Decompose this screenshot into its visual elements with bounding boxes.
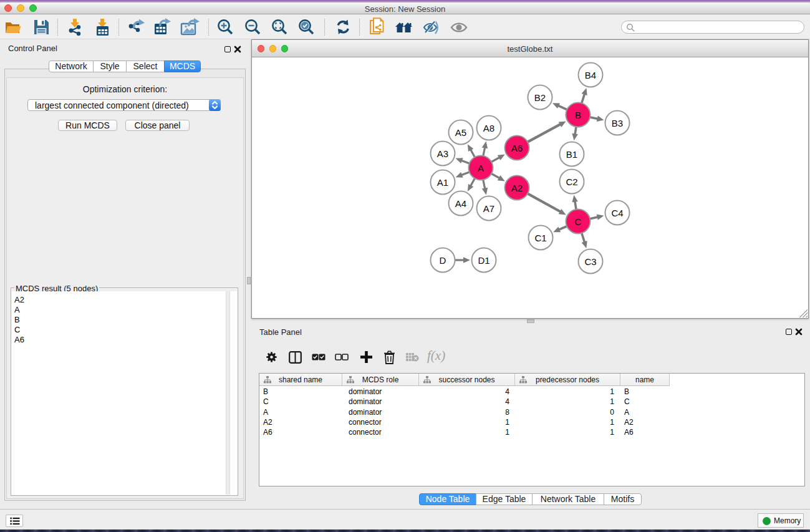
svg-text:A7: A7 bbox=[483, 203, 494, 214]
svg-text:B2: B2 bbox=[534, 92, 546, 103]
svg-text:C2: C2 bbox=[566, 177, 577, 187]
svg-text:A1: A1 bbox=[437, 177, 448, 188]
svg-text:A8: A8 bbox=[483, 123, 494, 133]
svg-text:A5: A5 bbox=[455, 127, 466, 138]
svg-text:C4: C4 bbox=[611, 208, 623, 218]
svg-text:C1: C1 bbox=[534, 233, 546, 243]
svg-text:A2: A2 bbox=[511, 183, 523, 193]
svg-text:D: D bbox=[440, 255, 446, 266]
svg-text:C3: C3 bbox=[584, 256, 596, 267]
svg-text:B: B bbox=[575, 110, 581, 120]
svg-text:A3: A3 bbox=[437, 148, 448, 159]
svg-text:A: A bbox=[478, 163, 484, 173]
svg-text:C: C bbox=[575, 216, 582, 227]
svg-text:A4: A4 bbox=[455, 198, 466, 209]
svg-text:B3: B3 bbox=[612, 118, 623, 128]
svg-text:D1: D1 bbox=[478, 255, 489, 266]
svg-text:A6: A6 bbox=[511, 143, 523, 153]
svg-text:B1: B1 bbox=[566, 149, 577, 160]
svg-text:B4: B4 bbox=[585, 70, 596, 80]
